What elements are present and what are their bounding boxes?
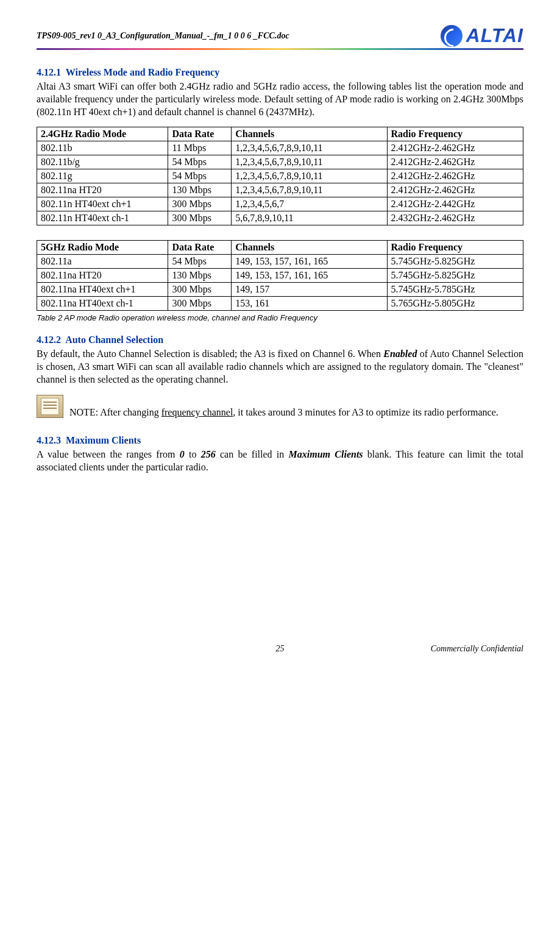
cell: 802.11na HT20 xyxy=(37,183,168,197)
section-title: Maximum Clients xyxy=(66,435,141,445)
note-text: NOTE: After changing xyxy=(67,407,161,417)
section-number: 4.12.2 xyxy=(37,335,61,345)
cell: 54 Mbps xyxy=(168,255,232,269)
cell: 54 Mbps xyxy=(168,155,232,169)
cell: 5.745GHz-5.825GHz xyxy=(387,269,523,283)
col-header: Channels xyxy=(232,127,387,141)
cell: 11 Mbps xyxy=(168,141,232,155)
emphasis-value: 0 xyxy=(180,449,185,459)
cell: 300 Mbps xyxy=(168,297,232,311)
cell: 300 Mbps xyxy=(168,197,232,211)
note-icon xyxy=(37,395,63,418)
table-row: 802.11na HT20130 Mbps149, 153, 157, 161,… xyxy=(37,269,523,283)
section-heading-wireless-mode: 4.12.1 Wireless Mode and Radio Frequency xyxy=(37,67,523,78)
table-caption: Table 2 AP mode Radio operation wireless… xyxy=(37,313,523,322)
cell: 1,2,3,4,5,6,7,8,9,10,11 xyxy=(232,183,387,197)
cell: 5.745GHz-5.825GHz xyxy=(387,255,523,269)
cell: 149, 157 xyxy=(232,283,387,297)
cell: 802.11n HT40ext ch-1 xyxy=(37,211,168,225)
cell: 1,2,3,4,5,6,7,8,9,10,11 xyxy=(232,169,387,183)
cell: 2.432GHz-2.462GHz xyxy=(387,211,523,225)
cell: 300 Mbps xyxy=(168,211,232,225)
cell: 149, 153, 157, 161, 165 xyxy=(232,269,387,283)
table-row: 802.11b/g54 Mbps1,2,3,4,5,6,7,8,9,10,112… xyxy=(37,155,523,169)
section-number: 4.12.1 xyxy=(37,67,61,77)
table-header-row: 5GHz Radio Mode Data Rate Channels Radio… xyxy=(37,241,523,255)
note-text: , it takes around 3 minutes for A3 to op… xyxy=(233,407,498,417)
text: can be filled in xyxy=(216,449,289,459)
table-row: 802.11n HT40ext ch-1300 Mbps5,6,7,8,9,10… xyxy=(37,211,523,225)
col-header: 2.4GHz Radio Mode xyxy=(37,127,168,141)
table-row: 802.11na HT20130 Mbps1,2,3,4,5,6,7,8,9,1… xyxy=(37,183,523,197)
cell: 2.412GHz-2.462GHz xyxy=(387,141,523,155)
col-header: Radio Frequency xyxy=(387,127,523,141)
col-header: Data Rate xyxy=(168,127,232,141)
text: A value between the ranges from xyxy=(37,449,180,459)
cell: 1,2,3,4,5,6,7,8,9,10,11 xyxy=(232,141,387,155)
cell: 802.11na HT40ext ch-1 xyxy=(37,297,168,311)
cell: 802.11b/g xyxy=(37,155,168,169)
table-row: 802.11a54 Mbps149, 153, 157, 161, 1655.7… xyxy=(37,255,523,269)
cell: 802.11n HT40ext ch+1 xyxy=(37,197,168,211)
col-header: 5GHz Radio Mode xyxy=(37,241,168,255)
cell: 1,2,3,4,5,6,7 xyxy=(232,197,387,211)
text: to xyxy=(185,449,201,459)
cell: 2.412GHz-2.462GHz xyxy=(387,155,523,169)
table-row: 802.11b11 Mbps1,2,3,4,5,6,7,8,9,10,112.4… xyxy=(37,141,523,155)
cell: 802.11na HT20 xyxy=(37,269,168,283)
cell: 54 Mbps xyxy=(168,169,232,183)
altai-logo-text: ALTAI xyxy=(466,24,523,47)
col-header: Data Rate xyxy=(168,241,232,255)
col-header: Radio Frequency xyxy=(387,241,523,255)
confidential-label: Commercially Confidential xyxy=(431,644,523,654)
cell: 149, 153, 157, 161, 165 xyxy=(232,255,387,269)
table-row: 802.11n HT40ext ch+1300 Mbps1,2,3,4,5,6,… xyxy=(37,197,523,211)
cell: 5.745GHz-5.785GHz xyxy=(387,283,523,297)
section-title: Auto Channel Selection xyxy=(65,335,163,345)
table-5ghz-radio: 5GHz Radio Mode Data Rate Channels Radio… xyxy=(37,240,523,311)
cell: 802.11na HT40ext ch+1 xyxy=(37,283,168,297)
table-row: 802.11g54 Mbps1,2,3,4,5,6,7,8,9,10,112.4… xyxy=(37,169,523,183)
table-row: 802.11na HT40ext ch-1300 Mbps153, 1615.7… xyxy=(37,297,523,311)
cell: 5,6,7,8,9,10,11 xyxy=(232,211,387,225)
cell: 802.11b xyxy=(37,141,168,155)
page-footer: 25 Commercially Confidential xyxy=(37,644,523,654)
table-header-row: 2.4GHz Radio Mode Data Rate Channels Rad… xyxy=(37,127,523,141)
cell: 130 Mbps xyxy=(168,183,232,197)
cell: 802.11g xyxy=(37,169,168,183)
emphasis-enabled: Enabled xyxy=(383,349,417,359)
section-number: 4.12.3 xyxy=(37,435,61,445)
table-24ghz-radio: 2.4GHz Radio Mode Data Rate Channels Rad… xyxy=(37,127,523,225)
cell: 130 Mbps xyxy=(168,269,232,283)
paragraph: By default, the Auto Channel Selection i… xyxy=(37,348,523,386)
paragraph: A value between the ranges from 0 to 256… xyxy=(37,448,523,474)
text: By default, the Auto Channel Selection i… xyxy=(37,349,383,359)
page-header: TPS09-005_rev1 0_A3_Configuration_Manual… xyxy=(37,24,523,50)
cell: 2.412GHz-2.462GHz xyxy=(387,169,523,183)
section-heading-max-clients: 4.12.3 Maximum Clients xyxy=(37,435,523,446)
cell: 300 Mbps xyxy=(168,283,232,297)
table-row: 802.11na HT40ext ch+1300 Mbps149, 1575.7… xyxy=(37,283,523,297)
cell: 2.412GHz-2.462GHz xyxy=(387,183,523,197)
col-header: Channels xyxy=(232,241,387,255)
altai-logo: ALTAI xyxy=(441,24,523,47)
note-underlined: frequency channel xyxy=(161,407,233,417)
emphasis-term: Maximum Clients xyxy=(289,449,363,459)
cell: 1,2,3,4,5,6,7,8,9,10,11 xyxy=(232,155,387,169)
altai-logo-icon xyxy=(441,25,463,47)
cell: 153, 161 xyxy=(232,297,387,311)
emphasis-value: 256 xyxy=(201,449,216,459)
cell: 802.11a xyxy=(37,255,168,269)
paragraph: Altai A3 smart WiFi can offer both 2.4GH… xyxy=(37,80,523,118)
cell: 2.412GHz-2.442GHz xyxy=(387,197,523,211)
note-block: NOTE: After changing frequency channel, … xyxy=(37,395,523,418)
cell: 5.765GHz-5.805GHz xyxy=(387,297,523,311)
section-heading-auto-channel: 4.12.2 Auto Channel Selection xyxy=(37,335,523,345)
section-title: Wireless Mode and Radio Frequency xyxy=(66,67,219,77)
header-filename: TPS09-005_rev1 0_A3_Configuration_Manual… xyxy=(37,31,289,41)
